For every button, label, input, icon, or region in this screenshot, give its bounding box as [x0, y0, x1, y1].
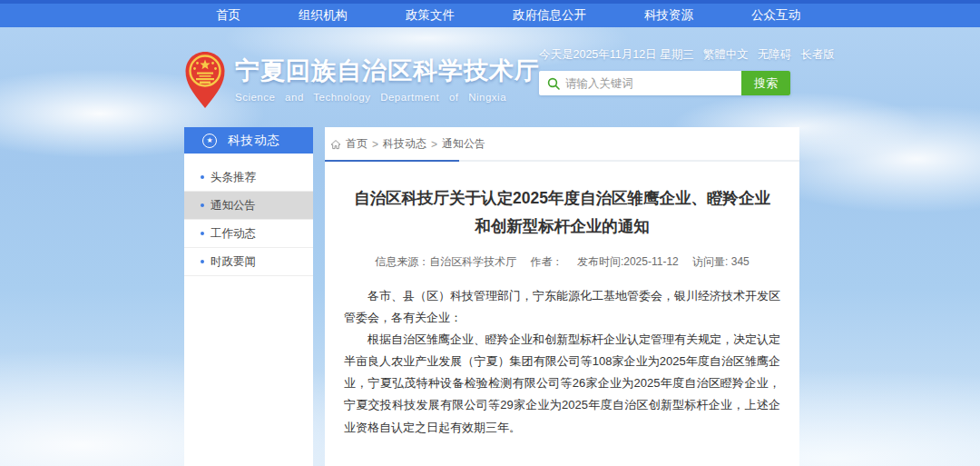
article-meta: 信息来源：自治区科学技术厅 作者： 发布时间:2025-11-12 访问量: 3… [325, 254, 799, 270]
nav-item-sci-resources[interactable]: 科技资源 [644, 7, 693, 24]
meta-views: 访问量: 345 [692, 255, 750, 268]
bullet-dot-icon [201, 203, 204, 207]
article-paragraph: 各市、县（区）科技管理部门，宁东能源化工基地管委会，银川经济技术开发区管委会，各… [344, 285, 780, 329]
link-elderly-version[interactable]: 长者版 [800, 47, 835, 63]
bullet-dot-icon [201, 175, 204, 179]
nav-item-gov-info[interactable]: 政府信息公开 [513, 7, 586, 24]
breadcrumb-separator: > [431, 138, 437, 151]
sidebar-item-work-updates[interactable]: 工作动态 [184, 220, 313, 248]
sidebar-item-label: 通知公告 [211, 198, 256, 213]
sidebar-item-notices[interactable]: 通知公告 [184, 192, 313, 220]
breadcrumb-sci-news[interactable]: 科技动态 [383, 136, 426, 152]
meta-author: 作者： [531, 255, 564, 268]
search-button[interactable]: 搜索 [741, 71, 790, 95]
nav-item-public-interaction[interactable]: 公众互动 [751, 7, 800, 24]
sidebar-item-label: 工作动态 [211, 226, 256, 242]
header-right: 今天是2025年11月12日 星期三 繁體中文 无障碍 长者版 搜索 [539, 47, 790, 95]
link-accessibility[interactable]: 无障碍 [758, 47, 792, 63]
search-bar: 搜索 [539, 71, 790, 95]
current-date-text: 今天是2025年11月12日 星期三 [539, 47, 694, 63]
search-input[interactable] [565, 77, 741, 90]
star-circle-icon: ★ [202, 134, 217, 148]
site-title: 宁夏回族自治区科学技术厅 [235, 55, 540, 87]
breadcrumb: 首页 > 科技动态 > 通知公告 [325, 127, 799, 160]
article-body: 各市、县（区）科技管理部门，宁东能源化工基地管委会，银川经济技术开发区管委会，各… [325, 285, 799, 438]
nav-item-organization[interactable]: 组织机构 [299, 7, 348, 24]
bullet-dot-icon [201, 260, 204, 263]
sidebar-item-current-politics[interactable]: 时政要闻 [184, 248, 313, 276]
sidebar-menu: 头条推荐 通知公告 工作动态 时政要闻 [184, 154, 313, 276]
article-title-line2: 和创新型标杆企业的通知 [350, 213, 774, 241]
sidebar-title: 科技动态 [228, 133, 280, 149]
national-emblem-logo [184, 51, 226, 109]
sidebar-item-label: 头条推荐 [211, 170, 256, 185]
main-nav: 首页 组织机构 政策文件 政府信息公开 科技资源 公众互动 [0, 4, 980, 27]
sidebar-header: ★ 科技动态 [184, 127, 313, 154]
sidebar: ★ 科技动态 头条推荐 通知公告 工作动态 时政要闻 [184, 127, 313, 466]
breadcrumb-notices[interactable]: 通知公告 [442, 136, 485, 152]
main-content: 首页 > 科技动态 > 通知公告 自治区科技厅关于认定2025年度自治区雏鹰企业… [325, 127, 799, 466]
breadcrumb-divider [325, 160, 799, 162]
meta-source: 信息来源：自治区科学技术厅 [375, 255, 516, 268]
home-icon [330, 139, 341, 150]
sidebar-item-headlines[interactable]: 头条推荐 [184, 164, 313, 192]
site-subtitle: Science and Technology Department of Nin… [235, 92, 540, 103]
article-title-line1: 自治区科技厅关于认定2025年度自治区雏鹰企业、瞪羚企业 [350, 184, 774, 213]
nav-item-policy[interactable]: 政策文件 [406, 7, 455, 24]
breadcrumb-separator: > [372, 138, 378, 151]
link-traditional-chinese[interactable]: 繁體中文 [703, 47, 749, 63]
sidebar-item-label: 时政要闻 [211, 254, 256, 270]
article-title: 自治区科技厅关于认定2025年度自治区雏鹰企业、瞪羚企业 和创新型标杆企业的通知 [325, 184, 799, 240]
bullet-dot-icon [201, 232, 204, 235]
search-icon [539, 77, 565, 90]
top-links-row: 今天是2025年11月12日 星期三 繁體中文 无障碍 长者版 [539, 47, 790, 63]
article-paragraph: 根据自治区雏鹰企业、瞪羚企业和创新型标杆企业认定管理有关规定，决定认定半亩良人农… [344, 329, 780, 438]
site-brand: 宁夏回族自治区科学技术厅 Science and Technology Depa… [184, 51, 540, 109]
breadcrumb-home[interactable]: 首页 [346, 136, 368, 152]
page: 首页 组织机构 政策文件 政府信息公开 科技资源 公众互动 宁夏回族自治区科学技… [0, 0, 980, 466]
meta-publish-time: 发布时间:2025-11-12 [577, 255, 679, 268]
nav-item-home[interactable]: 首页 [216, 7, 240, 24]
